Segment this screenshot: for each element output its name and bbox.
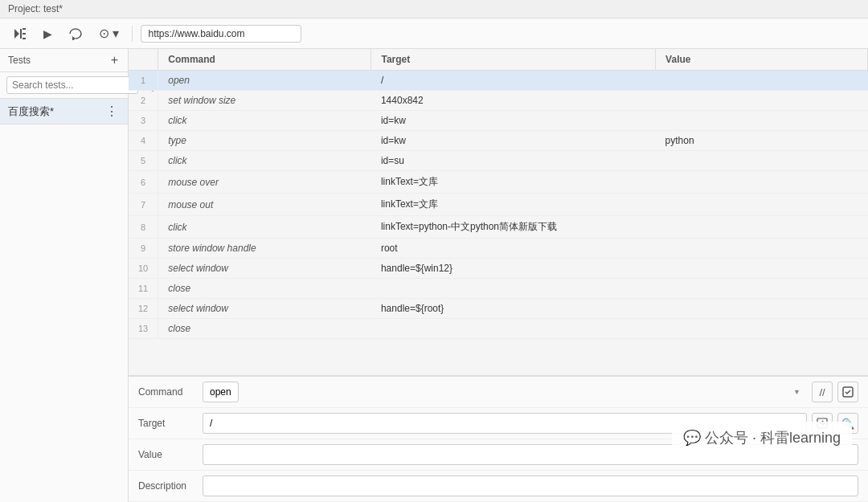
commands-table-container[interactable]: Command Target Value 1open/2set window s…: [129, 49, 868, 376]
row-value: [656, 239, 868, 259]
row-num: 10: [129, 259, 158, 279]
row-num: 11: [129, 279, 158, 299]
toolbar: ▶ ⊙ ▾ https://www.baidu.com: [0, 18, 868, 49]
form-row-command: Command open //: [129, 377, 868, 408]
row-num: 4: [129, 131, 158, 151]
speed-button[interactable]: ⊙ ▾: [94, 23, 124, 43]
commands-table: Command Target Value 1open/2set window s…: [129, 49, 868, 339]
row-num: 6: [129, 171, 158, 194]
col-num: [129, 49, 158, 71]
main-area: Tests + 🔍 百度搜索* ⋮ Command: [0, 49, 868, 502]
loop-button[interactable]: [63, 25, 88, 43]
row-target: [371, 279, 656, 299]
row-value: python: [656, 131, 868, 151]
run-button[interactable]: ▶: [39, 25, 57, 43]
table-row[interactable]: 12select windowhandle=${root}: [129, 299, 868, 319]
project-title: Project: test*: [8, 3, 63, 14]
row-target: linkText=文库: [371, 171, 656, 194]
row-command: close: [158, 279, 371, 299]
row-num: 5: [129, 151, 158, 171]
table-row[interactable]: 1open/: [129, 71, 868, 91]
value-label: Value: [138, 449, 203, 460]
content-area: Command Target Value 1open/2set window s…: [129, 49, 868, 502]
value-input[interactable]: [203, 444, 858, 465]
target-input[interactable]: [203, 413, 807, 434]
row-num: 2: [129, 91, 158, 111]
row-value: [656, 71, 868, 91]
table-row[interactable]: 2set window size1440x842: [129, 91, 868, 111]
command-select[interactable]: open: [203, 382, 239, 402]
test-item-name: 百度搜索*: [8, 104, 54, 119]
row-target: handle=${win12}: [371, 259, 656, 279]
table-row[interactable]: 13close: [129, 319, 868, 339]
col-value-header: Value: [656, 49, 868, 71]
row-value: [656, 216, 868, 239]
url-bar: https://www.baidu.com: [141, 25, 301, 43]
target-pick-button[interactable]: [812, 413, 833, 434]
row-command: select window: [158, 299, 371, 319]
row-command: set window size: [158, 91, 371, 111]
row-command: mouse over: [158, 171, 371, 194]
description-label: Description: [138, 480, 203, 492]
comment-button[interactable]: //: [812, 382, 833, 402]
table-row[interactable]: 8clicklinkText=python-中文python简体新版下载: [129, 216, 868, 239]
row-target: [371, 319, 656, 339]
table-row[interactable]: 9store window handleroot: [129, 239, 868, 259]
row-num: 1: [129, 71, 158, 91]
toggle-button[interactable]: [837, 382, 858, 402]
description-input[interactable]: [203, 475, 858, 496]
table-row[interactable]: 10select windowhandle=${win12}: [129, 259, 868, 279]
row-command: click: [158, 111, 371, 131]
command-select-wrap: open: [203, 382, 807, 402]
svg-marker-0: [14, 29, 19, 39]
col-command-header: Command: [158, 49, 371, 71]
table-row[interactable]: 5clickid=su: [129, 151, 868, 171]
row-target: id=kw: [371, 111, 656, 131]
target-input-wrap: 🔍: [203, 413, 858, 434]
row-command: click: [158, 151, 371, 171]
table-row[interactable]: 4typeid=kwpython: [129, 131, 868, 151]
row-num: 8: [129, 216, 158, 239]
step-button[interactable]: [8, 25, 32, 43]
search-box: 🔍: [0, 72, 128, 99]
row-target: id=kw: [371, 131, 656, 151]
row-num: 13: [129, 319, 158, 339]
row-num: 3: [129, 111, 158, 131]
target-search-button[interactable]: 🔍: [837, 413, 858, 434]
row-command: open: [158, 71, 371, 91]
row-value: [656, 171, 868, 194]
row-num: 9: [129, 239, 158, 259]
row-target: linkText=python-中文python简体新版下载: [371, 216, 656, 239]
value-input-wrap: [203, 444, 858, 465]
sidebar: Tests + 🔍 百度搜索* ⋮: [0, 49, 129, 502]
form-row-description: Description: [129, 471, 868, 502]
svg-marker-5: [72, 36, 76, 40]
row-target: root: [371, 239, 656, 259]
bottom-form: Command open //: [129, 376, 868, 502]
row-command: click: [158, 216, 371, 239]
row-target: handle=${root}: [371, 299, 656, 319]
description-input-wrap: [203, 475, 858, 496]
row-command: close: [158, 319, 371, 339]
row-value: [656, 151, 868, 171]
form-row-target: Target 🔍: [129, 408, 868, 439]
table-row[interactable]: 6mouse overlinkText=文库: [129, 171, 868, 194]
row-value: [656, 91, 868, 111]
test-item-menu-button[interactable]: ⋮: [104, 104, 120, 119]
row-target: /: [371, 71, 656, 91]
row-num: 12: [129, 299, 158, 319]
table-row[interactable]: 11close: [129, 279, 868, 299]
row-target: id=su: [371, 151, 656, 171]
add-test-button[interactable]: +: [109, 54, 120, 67]
test-item-baidu[interactable]: 百度搜索* ⋮: [0, 99, 128, 124]
table-row[interactable]: 7mouse outlinkText=文库: [129, 194, 868, 216]
row-target: linkText=文库: [371, 194, 656, 216]
sidebar-tests-label: Tests: [8, 55, 31, 66]
row-target: 1440x842: [371, 91, 656, 111]
search-input[interactable]: [6, 76, 138, 94]
table-row[interactable]: 3clickid=kw: [129, 111, 868, 131]
row-command: store window handle: [158, 239, 371, 259]
row-value: [656, 299, 868, 319]
row-value: [656, 319, 868, 339]
row-command: mouse out: [158, 194, 371, 216]
